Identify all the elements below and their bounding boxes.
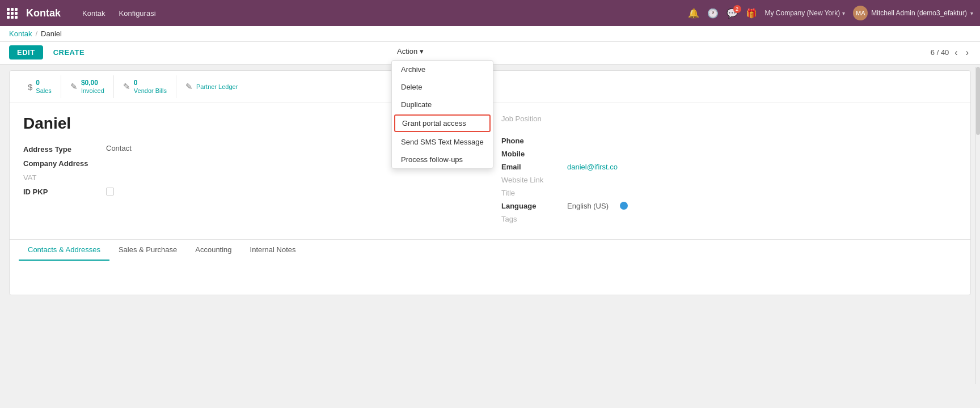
dollar-icon: $ <box>28 82 32 92</box>
invoice-icon: ✎ <box>70 82 78 92</box>
breadcrumb-separator: / <box>35 29 37 38</box>
smart-btn-vendor-bills[interactable]: ✎ 0 Vendor Bills <box>114 75 176 98</box>
mobile-label: Mobile <box>501 150 558 158</box>
scrollbar[interactable] <box>975 67 980 384</box>
ledger-icon: ✎ <box>185 82 193 92</box>
phone-label: Phone <box>501 137 558 145</box>
breadcrumb-current: Daniel <box>41 29 62 38</box>
chat-icon[interactable]: 💬2 <box>726 8 738 19</box>
scrollbar-thumb[interactable] <box>976 67 980 135</box>
company-selector[interactable]: My Company (New York) ▾ <box>765 9 846 17</box>
language-flag-icon <box>620 202 628 210</box>
action-menu-grant-portal[interactable]: Grant portal access <box>394 114 491 132</box>
id-pkp-label: ID PKP <box>23 186 97 196</box>
smart-btn-invoiced[interactable]: ✎ $0,00 Invoiced <box>61 75 114 98</box>
email-value[interactable]: daniel@ifirst.co <box>567 163 618 171</box>
field-mobile: Mobile <box>501 150 957 158</box>
tab-accounting[interactable]: Accounting <box>186 240 240 261</box>
pagination: 6 / 40 ‹ › <box>931 46 971 59</box>
action-dropdown-arrow: ▾ <box>420 47 424 56</box>
email-label: Email <box>501 163 558 171</box>
edit-button[interactable]: EDIT <box>9 45 43 60</box>
smart-btn-partner-ledger[interactable]: ✎ Partner Ledger <box>176 78 247 95</box>
form-right: Job Position Phone Mobile Email daniel@i… <box>501 114 957 228</box>
field-id-pkp: ID PKP <box>23 186 479 196</box>
action-menu-delete[interactable]: Delete <box>392 78 493 96</box>
create-button[interactable]: CREATE <box>48 45 90 60</box>
field-tags: Tags <box>501 215 957 223</box>
user-avatar: MA <box>853 6 868 20</box>
user-dropdown-arrow: ▾ <box>970 10 973 16</box>
field-email: Email daniel@ifirst.co <box>501 163 957 171</box>
action-bar: EDIT CREATE Action ▾ Archive Delete Dupl… <box>0 42 980 65</box>
pagination-next[interactable]: › <box>964 46 971 59</box>
app-title: Kontak <box>26 7 61 19</box>
breadcrumb-parent[interactable]: Kontak <box>9 29 32 38</box>
tab-internal-notes[interactable]: Internal Notes <box>241 240 305 261</box>
field-website: Website Link <box>501 176 957 184</box>
action-button[interactable]: Action ▾ <box>391 44 429 58</box>
language-label: Language <box>501 202 558 210</box>
navbar-menu-konfigurasi[interactable]: Konfigurasi <box>113 6 162 21</box>
pagination-text: 6 / 40 <box>931 48 949 57</box>
apps-grid-icon[interactable] <box>7 8 17 18</box>
field-language: Language English (US) <box>501 202 957 210</box>
action-dropdown-wrapper: Action ▾ Archive Delete Duplicate Grant … <box>391 44 429 58</box>
job-position-label: Job Position <box>501 114 558 123</box>
field-title: Title <box>501 189 957 197</box>
navbar-menu: Kontak Konfigurasi <box>77 6 162 21</box>
chat-badge: 2 <box>733 5 741 13</box>
breadcrumb: Kontak / Daniel <box>0 26 980 42</box>
vendor-bills-icon: ✎ <box>123 82 130 92</box>
tabs-bar: Contacts & Addresses Sales & Purchase Ac… <box>10 239 970 261</box>
tab-content-area <box>10 261 970 295</box>
language-value: English (US) <box>567 202 609 210</box>
address-type-value: Contact <box>106 144 132 152</box>
company-dropdown-arrow: ▾ <box>842 10 845 16</box>
field-phone: Phone <box>501 137 957 145</box>
website-label: Website Link <box>501 176 558 184</box>
action-menu-send-sms[interactable]: Send SMS Text Message <box>392 133 493 151</box>
clock-icon[interactable]: 🕐 <box>707 8 719 19</box>
gift-icon[interactable]: 🎁 <box>746 8 757 19</box>
smart-btn-sales[interactable]: $ 0 Sales <box>19 75 61 98</box>
field-job-position: Job Position <box>501 114 957 123</box>
tags-label: Tags <box>501 215 558 223</box>
vat-label: VAT <box>23 172 97 182</box>
navbar: Kontak Kontak Konfigurasi 🔔 🕐 💬2 🎁 My Co… <box>0 0 980 26</box>
title-label: Title <box>501 189 558 197</box>
action-menu-archive[interactable]: Archive <box>392 61 493 78</box>
action-menu-process-followups[interactable]: Process follow-ups <box>392 151 493 168</box>
navbar-right: 🔔 🕐 💬2 🎁 My Company (New York) ▾ MA Mitc… <box>688 6 973 20</box>
action-menu: Archive Delete Duplicate Grant portal ac… <box>391 60 493 169</box>
pagination-prev[interactable]: ‹ <box>952 46 960 59</box>
tab-sales-purchase[interactable]: Sales & Purchase <box>109 240 186 261</box>
address-type-label: Address Type <box>23 144 97 154</box>
id-pkp-checkbox[interactable] <box>106 188 114 196</box>
field-vat: VAT <box>23 172 479 182</box>
tab-contacts-addresses[interactable]: Contacts & Addresses <box>19 240 109 261</box>
navbar-menu-kontak[interactable]: Kontak <box>77 6 111 21</box>
company-address-label: Company Address <box>23 158 97 168</box>
user-menu[interactable]: MA Mitchell Admin (demo3_efaktur) ▾ <box>853 6 973 20</box>
bell-icon[interactable]: 🔔 <box>688 8 699 19</box>
action-menu-duplicate[interactable]: Duplicate <box>392 96 493 113</box>
